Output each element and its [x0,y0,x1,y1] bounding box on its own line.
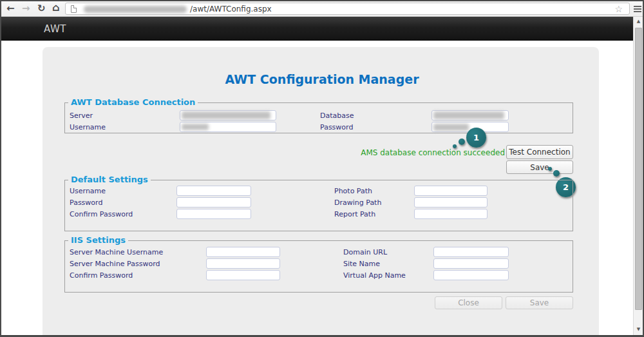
test-connection-button[interactable]: Test Connection [506,145,573,159]
default-confirm-password-label: Confirm Password [70,210,133,218]
virtual-app-name-label: Virtual App Name [343,271,406,280]
forward-icon[interactable]: → [22,2,30,15]
default-password-label: Password [70,198,102,207]
home-icon[interactable]: ⌂ [52,1,59,14]
database-label: Database [320,111,354,120]
back-icon[interactable]: ← [6,2,15,15]
redacted-value [182,124,209,130]
db-password-label: Password [320,123,353,131]
page-title: AWT Configuration Manager [44,72,600,86]
virtual-app-name-input[interactable] [433,270,509,280]
vertical-scrollbar[interactable]: ▲ ▼ [633,17,643,335]
redacted-value [433,111,504,119]
database-input[interactable] [431,110,509,120]
machine-password-input[interactable] [206,258,280,269]
domain-url-input[interactable] [433,247,509,257]
scroll-up-icon[interactable]: ▲ [634,17,643,26]
machine-password-label: Server Machine Password [70,260,160,268]
app-brand[interactable]: AWT [44,23,66,35]
app-navbar: AWT [1,17,633,41]
callout-1-dot [459,139,465,145]
db-connection-section: AWT Database Connection Server Database … [64,102,573,133]
redacted-value [433,124,469,131]
iis-settings-section: IIS Settings Server Machine Username Ser… [64,240,573,293]
scroll-down-icon[interactable]: ▼ [634,325,643,334]
default-settings-legend: Default Settings [68,175,151,184]
callout-badge-1: 1 [466,128,486,148]
db-username-input[interactable] [180,122,276,132]
scrollbar-thumb[interactable] [635,28,642,310]
domain-url-label: Domain URL [343,248,387,256]
default-username-label: Username [70,187,106,195]
bookmark-star-icon[interactable]: ☆ [614,3,623,15]
photo-path-label: Photo Path [334,187,372,195]
callout-1-dot [453,144,457,148]
refresh-icon[interactable]: ↻ [37,2,46,15]
address-bar[interactable]: /awt/AWTConfig.aspx ☆ [65,3,630,15]
machine-username-label: Server Machine Username [70,248,163,256]
site-name-input[interactable] [433,258,509,269]
callout-2-dot [553,170,560,177]
save-connection-button[interactable]: Save [506,160,573,174]
db-username-label: Username [70,123,106,131]
redacted-value [182,111,270,119]
footer-save-button[interactable]: Save [506,296,573,309]
connection-status-message: AMS database connection succeeded [349,148,505,157]
default-settings-section: Default Settings Username Password Confi… [64,180,573,231]
db-connection-legend: AWT Database Connection [68,97,198,107]
site-name-label: Site Name [343,260,380,268]
iis-confirm-password-label: Confirm Password [70,271,133,280]
iis-settings-legend: IIS Settings [68,235,128,245]
redacted-url [84,6,187,13]
browser-toolbar: ← → ↻ ⌂ /awt/AWTConfig.aspx ☆ [1,1,643,17]
server-label: Server [70,111,93,120]
browser-window: ← → ↻ ⌂ /awt/AWTConfig.aspx ☆ AWT AWT Co… [0,0,644,337]
default-username-input[interactable] [176,186,251,196]
page-icon [71,5,77,13]
default-password-input[interactable] [176,197,251,207]
iis-confirm-password-input[interactable] [206,270,280,280]
report-path-input[interactable] [414,209,488,219]
callout-2-dot [548,167,552,171]
report-path-label: Report Path [334,210,375,218]
drawing-path-label: Drawing Path [334,198,381,207]
default-confirm-password-input[interactable] [176,209,251,219]
drawing-path-input[interactable] [414,197,488,207]
photo-path-input[interactable] [414,186,488,196]
server-input[interactable] [180,110,276,120]
menu-icon[interactable] [634,6,641,12]
url-text[interactable]: /awt/AWTConfig.aspx [190,5,272,14]
close-button[interactable]: Close [435,296,502,309]
machine-username-input[interactable] [206,247,280,257]
